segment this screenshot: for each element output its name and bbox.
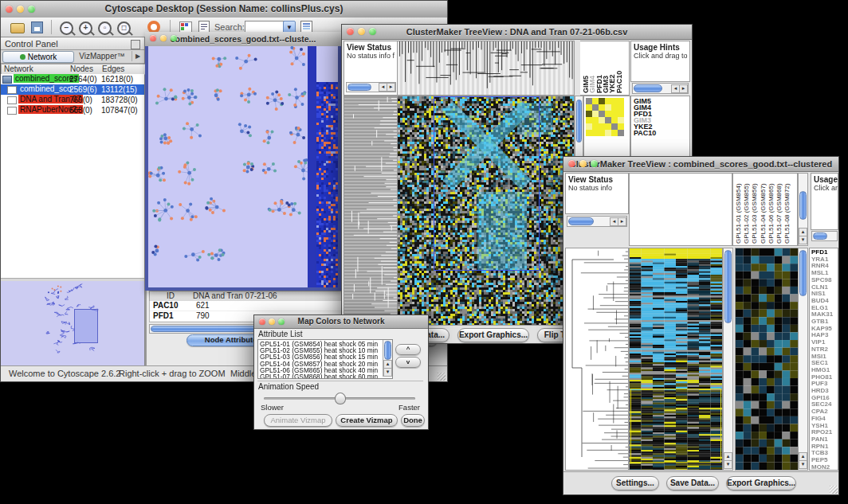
tv2-zoom-vscrollbar[interactable]: ▴ ▾ — [798, 248, 808, 471]
scroll-down-icon[interactable]: ▾ — [799, 236, 807, 244]
map-colors-dialog: Map Colors to Network Attribute List GPL… — [253, 315, 429, 430]
network-overview-panel[interactable] — [1, 281, 144, 365]
close-icon[interactable] — [568, 160, 575, 167]
tv1-export-graphics-button[interactable]: Export Graphics... — [457, 328, 529, 342]
zoom-selected-icon[interactable]: ▫ — [98, 21, 114, 36]
scroll-down-icon[interactable]: ▾ — [799, 460, 807, 469]
create-vizmap-button[interactable]: Create Vizmap — [336, 414, 398, 427]
open-icon[interactable] — [10, 20, 26, 34]
tv2-heatmap-vscrollbar[interactable]: ▴ ▾ — [723, 248, 733, 471]
treeview1-titlebar[interactable]: ClusterMaker TreeView : DNA and Tran 07-… — [342, 25, 692, 40]
tv2-settings-button[interactable]: Settings... — [611, 476, 659, 490]
tv2-zoom-heatmap[interactable] — [735, 248, 799, 471]
main-titlebar[interactable]: Cytoscape Desktop (Session Name: collins… — [1, 1, 447, 18]
move-down-button[interactable]: v — [395, 357, 421, 368]
attribute-list-item[interactable]: GPL51-01 (GSM854) heat shock 05 min — [260, 341, 382, 347]
control-panel-tabbar: Network VizMapper™ ▶ — [1, 50, 144, 64]
network-view-titlebar[interactable]: combined_scores_good.txt--cluste... — [145, 32, 341, 47]
network-table-row[interactable]: RNAPuberNov2+563(0)107847(0) — [1, 105, 144, 115]
minimize-icon[interactable] — [358, 28, 365, 35]
tv1-row-label[interactable]: PAC10 — [634, 130, 689, 136]
matrix-cell — [605, 130, 611, 136]
tv2-global-heatmap[interactable] — [629, 248, 723, 471]
tv1-row-dendrogram[interactable] — [344, 96, 398, 327]
tv2-column-label[interactable]: GPL51-01 (GSM854) — [735, 175, 742, 244]
close-icon[interactable] — [6, 6, 13, 13]
tab-network[interactable]: Network — [2, 51, 74, 63]
minimize-icon[interactable] — [17, 6, 24, 13]
scroll-down-icon[interactable]: ▾ — [724, 460, 732, 469]
tv2-hints-hscrollbar[interactable] — [811, 231, 838, 241]
tv2-column-label[interactable]: GPL51-08 (GSM872) — [783, 175, 791, 244]
move-up-button[interactable]: ^ — [395, 344, 421, 355]
zoom-window-icon[interactable] — [369, 28, 376, 35]
matrix-cell — [586, 123, 592, 130]
network-table-row[interactable]: combined_sco2569(6)13112(15) — [1, 84, 144, 95]
treeview2-titlebar[interactable]: ClusterMaker TreeView : combined_scores_… — [563, 157, 838, 172]
attribute-listbox[interactable]: GPL51-01 (GSM854) heat shock 05 minGPL51… — [257, 339, 393, 379]
tv2-column-label[interactable]: GPL51-04 (GSM857) — [760, 175, 767, 244]
dialog-titlebar[interactable]: Map Colors to Network — [254, 315, 428, 329]
save-icon[interactable] — [31, 20, 47, 34]
overview-viewport-rect[interactable] — [74, 309, 98, 343]
tv1-hints-hscrollbar[interactable]: ◂ ▸ — [632, 83, 689, 94]
matrix-cell — [611, 123, 618, 130]
tab-vizmapper[interactable]: VizMapper™ — [76, 51, 128, 61]
attribute-list-item[interactable]: GPL51-02 (GSM855) heat shock 10 min — [260, 347, 382, 354]
network-table-row[interactable]: combined_scores2764(0)16218(0) — [1, 74, 144, 84]
tv2-column-label[interactable]: GPL51-07 (GSM868) — [775, 175, 783, 244]
float-panel-icon[interactable] — [131, 40, 140, 49]
zoom-out-icon[interactable]: − — [60, 21, 76, 36]
attribute-list-vscrollbar[interactable]: ▴ ▾ — [383, 340, 392, 377]
zoom-window-icon[interactable] — [278, 318, 285, 325]
tv2-row-dendrogram[interactable] — [565, 248, 629, 471]
tv2-labels-vscrollbar[interactable]: ▴ ▾ — [798, 173, 808, 246]
done-button[interactable]: Done — [401, 414, 425, 427]
tv1-column-dendrogram[interactable] — [397, 41, 575, 96]
tv2-save-data-button[interactable]: Save Data... — [666, 476, 719, 490]
tv2-column-label[interactable]: GPL51-02 (GSM855) — [743, 175, 750, 244]
animation-speed-slider-thumb[interactable] — [335, 393, 346, 404]
desktop: Cytoscape Desktop (Session Name: collins… — [0, 0, 848, 504]
col-header-network[interactable]: Network — [1, 64, 72, 75]
minimize-icon[interactable] — [579, 160, 587, 167]
tv1-column-label[interactable]: PAC10 — [615, 43, 623, 93]
data-col-id[interactable]: ID — [149, 291, 192, 302]
scroll-down-icon[interactable]: ▾ — [383, 368, 392, 377]
attribute-list-item[interactable]: GPL51-03 (GSM856) heat shock 15 min — [260, 354, 382, 360]
animate-vizmap-button[interactable]: Animate Vizmap — [264, 414, 332, 427]
col-header-edges[interactable]: Edges — [100, 64, 147, 75]
close-icon[interactable] — [347, 28, 354, 35]
zoom-window-icon[interactable] — [28, 6, 35, 13]
treeview1-title: ClusterMaker TreeView : DNA and Tran 07-… — [406, 27, 628, 37]
resize-grip[interactable] — [830, 486, 838, 494]
toolbar-separator — [51, 20, 52, 34]
cell-id: PAC10 — [153, 301, 179, 310]
zoom-window-icon[interactable] — [171, 35, 177, 41]
zoom-in-icon[interactable]: + — [79, 21, 95, 36]
zoom-fit-icon[interactable]: ⬚ — [117, 21, 133, 36]
attribute-list-item[interactable]: GPL51-04 (GSM857) heat shock 20 min — [260, 361, 382, 367]
attribute-list-item[interactable]: GPL51-07 (GSM868) heat shock 60 min — [260, 373, 382, 379]
minimize-icon[interactable] — [160, 35, 167, 41]
tv2-column-label[interactable]: GPL51-06 (GSM865) — [768, 175, 775, 244]
tv1-zoom-heatmap[interactable] — [586, 98, 624, 136]
col-header-nodes[interactable]: Nodes — [68, 64, 103, 75]
scroll-right-icon[interactable]: ▸ — [618, 217, 626, 226]
network-table-row[interactable]: DNA and Tran 07769(0)183728(0) — [1, 95, 144, 105]
minimize-icon[interactable] — [269, 318, 275, 325]
tab-overflow-icon[interactable]: ▶ — [132, 51, 143, 61]
tv1-global-heatmap[interactable] — [397, 96, 575, 327]
tv2-gene-label[interactable]: MON2 — [811, 464, 838, 471]
close-icon[interactable] — [150, 35, 156, 41]
tv2-column-label[interactable]: GPL51-03 (GSM856) — [751, 175, 758, 244]
tv1-status-hscrollbar[interactable]: ◂ ▸ — [346, 82, 396, 92]
resize-grip[interactable] — [438, 373, 446, 381]
zoom-window-icon[interactable] — [591, 160, 598, 167]
attribute-list-item[interactable]: GPL51-06 (GSM865) heat shock 40 min — [260, 367, 382, 373]
tv2-status-hscrollbar[interactable]: ◂ ▸ — [567, 216, 627, 227]
close-icon[interactable] — [259, 318, 265, 325]
scroll-right-icon[interactable]: ▸ — [679, 84, 688, 93]
scroll-right-icon[interactable]: ▸ — [387, 83, 395, 92]
tv2-export-graphics-button[interactable]: Export Graphics... — [726, 476, 796, 490]
